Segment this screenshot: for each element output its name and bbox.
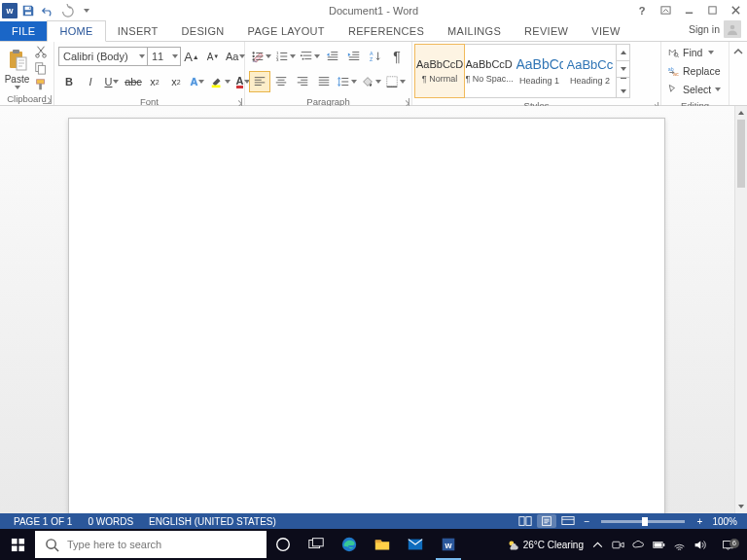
borders-button[interactable] [383,71,408,92]
meet-now-icon[interactable] [612,539,624,551]
zoom-slider[interactable] [601,520,685,523]
scroll-down-button[interactable] [735,500,747,513]
tab-file[interactable]: FILE [0,21,47,41]
gallery-down-button[interactable] [617,61,629,78]
decrease-indent-button[interactable] [322,46,343,67]
edge-button[interactable] [333,529,366,560]
tab-references[interactable]: REFERENCES [337,21,436,41]
underline-button[interactable]: U [101,71,123,92]
tab-insert[interactable]: INSERT [106,21,170,41]
increase-indent-button[interactable] [343,46,365,67]
svg-point-21 [301,54,302,56]
multilevel-list-button[interactable] [298,46,322,67]
minimize-button[interactable] [677,1,700,20]
ribbon-display-button[interactable] [654,1,677,20]
align-center-button[interactable] [270,71,292,92]
collapse-ribbon-button[interactable] [729,42,747,105]
justify-button[interactable] [313,71,335,92]
help-button[interactable]: ? [630,1,654,20]
svg-text:w: w [444,541,452,550]
shading-button[interactable] [359,71,383,92]
font-size-combo[interactable]: 11 [148,47,181,66]
styles-gallery[interactable]: AaBbCcDc¶ Normal AaBbCcDc¶ No Spac... Aa… [414,44,630,98]
subscript-button[interactable]: x2 [144,71,165,92]
align-left-button[interactable] [249,71,270,92]
font-name-combo[interactable]: Calibri (Body) [58,47,148,66]
close-button[interactable] [724,1,747,20]
onedrive-icon[interactable] [632,539,645,551]
sort-button[interactable]: AZ [365,46,386,67]
maximize-button[interactable] [700,1,724,20]
replace-button[interactable]: abacReplace [663,62,725,80]
file-explorer-button[interactable] [366,529,399,560]
view-print-button[interactable] [537,514,556,528]
volume-icon[interactable] [694,539,706,551]
style-heading-1[interactable]: AaBbCcHeading 1 [515,45,565,97]
svg-text:Z: Z [370,56,374,62]
show-marks-button[interactable]: ¶ [386,46,408,67]
network-icon[interactable] [673,539,686,551]
tab-page-layout[interactable]: PAGE LAYOUT [236,21,337,41]
undo-button[interactable] [39,2,56,19]
paste-button[interactable]: Paste [4,47,30,89]
bold-button[interactable]: B [58,71,80,92]
cut-button[interactable] [32,44,50,58]
tab-home[interactable]: HOME [47,20,105,42]
tab-review[interactable]: REVIEW [513,21,580,41]
tray-chevron-button[interactable] [591,539,604,551]
document-page[interactable] [68,118,665,525]
copy-button[interactable] [32,60,50,75]
numbering-button[interactable]: 123 [273,46,298,67]
shrink-font-button[interactable]: A▼ [202,46,224,67]
bullets-button[interactable] [249,46,273,67]
strikethrough-button[interactable]: abc [123,71,144,92]
view-read-button[interactable] [516,514,535,528]
search-placeholder: Type here to search [67,539,161,550]
gallery-more-button[interactable] [617,78,629,97]
tab-design[interactable]: DESIGN [170,21,236,41]
style-heading-2[interactable]: AaBbCcCHeading 2 [565,45,616,97]
status-page[interactable]: PAGE 1 OF 1 [6,516,80,527]
weather-widget[interactable]: 26°C Clearing [507,539,584,551]
status-words[interactable]: 0 WORDS [80,516,141,527]
scroll-thumb[interactable] [737,120,745,188]
select-button[interactable]: Select [663,81,725,98]
zoom-in-button[interactable]: + [693,514,706,528]
qat-customize-button[interactable] [78,2,95,19]
italic-button[interactable]: I [80,71,101,92]
align-right-button[interactable] [292,71,313,92]
svg-rect-30 [519,517,524,526]
find-button[interactable]: Find [663,44,718,61]
task-view-button[interactable] [300,529,333,560]
tab-view[interactable]: VIEW [580,21,631,41]
text-effects-button[interactable]: A [187,71,208,92]
line-spacing-button[interactable] [335,71,359,92]
grow-font-button[interactable]: A▲ [181,46,202,67]
highlight-button[interactable] [208,71,232,92]
scroll-up-button[interactable] [735,106,747,120]
change-case-button[interactable]: Aa [224,46,247,67]
format-painter-button[interactable] [32,77,50,91]
battery-icon[interactable] [653,539,665,551]
start-button[interactable] [0,529,35,560]
zoom-level[interactable]: 100% [708,516,741,527]
redo-button[interactable] [58,2,76,19]
vertical-scrollbar[interactable] [734,106,747,513]
style-no-spacing[interactable]: AaBbCcDc¶ No Spac... [464,45,515,97]
zoom-out-button[interactable]: − [580,514,593,528]
view-web-button[interactable] [558,514,578,528]
sign-in-link[interactable]: Sign in [683,18,747,41]
notifications-button[interactable]: 6 [714,539,741,551]
style-normal[interactable]: AaBbCcDc¶ Normal [414,44,465,98]
status-language[interactable]: ENGLISH (UNITED STATES) [141,516,284,527]
mail-button[interactable] [399,529,432,560]
group-clipboard: Paste Clipboard [0,42,54,105]
word-taskbar-button[interactable]: w [432,529,465,560]
clipboard-dialog-launcher[interactable] [43,95,52,104]
save-button[interactable] [19,2,37,19]
gallery-up-button[interactable] [617,45,629,61]
taskbar-search[interactable]: Type here to search [35,531,267,558]
superscript-button[interactable]: x2 [165,71,187,92]
tab-mailings[interactable]: MAILINGS [436,21,513,41]
cortana-button[interactable] [267,529,300,560]
